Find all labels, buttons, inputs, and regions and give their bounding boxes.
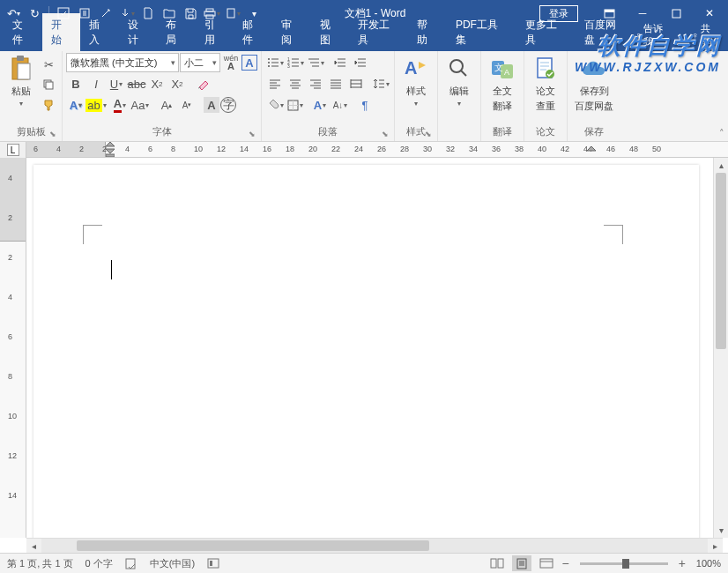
multilevel-list-button[interactable]	[306, 53, 325, 72]
tab-pdf[interactable]: PDF工具集	[447, 13, 516, 51]
asian-layout-button[interactable]: A	[310, 95, 330, 115]
shrink-font-button[interactable]: A▾	[177, 95, 197, 115]
qat-icon[interactable]	[223, 4, 242, 23]
right-indent-marker[interactable]	[587, 146, 596, 153]
scroll-right-button[interactable]: ▸	[708, 539, 723, 554]
superscript-button[interactable]: X2	[167, 74, 187, 93]
new-doc-button[interactable]	[138, 4, 158, 23]
tab-help[interactable]: 帮助	[408, 13, 447, 51]
save-button[interactable]	[181, 4, 200, 23]
tab-selector[interactable]: L	[7, 144, 19, 156]
scroll-down-button[interactable]: ▾	[714, 523, 728, 538]
page[interactable]	[33, 165, 699, 538]
paste-button[interactable]: 粘贴 ▾	[4, 53, 39, 109]
print-layout-button[interactable]	[512, 555, 531, 571]
qat-icon[interactable]	[75, 4, 94, 23]
proofing-icon[interactable]	[125, 557, 137, 569]
qat-icon[interactable]	[54, 4, 73, 23]
translate-button[interactable]: 文A 全文 翻译	[485, 53, 520, 115]
bold-button[interactable]: B	[66, 74, 85, 93]
tab-baidu[interactable]: 百度网盘	[576, 13, 635, 51]
format-painter-button[interactable]	[39, 95, 58, 115]
bullets-button[interactable]	[265, 53, 285, 72]
web-layout-button[interactable]	[537, 555, 556, 571]
print-button[interactable]	[202, 4, 221, 23]
tab-developer[interactable]: 开发工具	[349, 13, 408, 51]
enclose-char-button[interactable]: 字	[220, 97, 236, 113]
tab-review[interactable]: 审阅	[272, 13, 311, 51]
vertical-scrollbar[interactable]: ▴ ▾	[713, 158, 728, 538]
maximize-button[interactable]	[661, 4, 691, 23]
grow-font-button[interactable]: A▴	[157, 95, 176, 115]
macro-icon[interactable]	[207, 558, 219, 569]
dialog-launcher[interactable]: ⬊	[49, 130, 56, 138]
font-color-button[interactable]: A	[110, 95, 130, 115]
zoom-in-button[interactable]: +	[679, 556, 686, 570]
char-shading-button[interactable]: A	[204, 97, 219, 113]
language-indicator[interactable]: 中文(中国)	[150, 557, 195, 570]
align-left-button[interactable]	[265, 74, 285, 93]
numbering-button[interactable]: 123	[286, 53, 305, 72]
scroll-thumb[interactable]	[716, 173, 726, 349]
tell-me-button[interactable]: ♀ 告诉我	[635, 22, 672, 48]
strikethrough-button[interactable]: abc	[127, 74, 146, 93]
show-marks-button[interactable]: ¶	[355, 95, 375, 115]
qat-more[interactable]: ▾	[244, 4, 264, 23]
italic-button[interactable]: I	[86, 74, 106, 93]
close-button[interactable]: ✕	[695, 4, 724, 23]
undo-button[interactable]: ↶▾	[4, 4, 23, 23]
highlight-button[interactable]: ab	[86, 95, 106, 115]
redo-button[interactable]: ↻	[25, 4, 44, 23]
lookup-button[interactable]: 论文 查重	[528, 53, 563, 115]
clear-formatting-button[interactable]	[194, 74, 213, 93]
line-spacing-button[interactable]	[371, 74, 390, 93]
share-button[interactable]: ♀ 共享	[691, 22, 719, 48]
scroll-thumb[interactable]	[77, 540, 429, 551]
read-mode-button[interactable]	[487, 555, 507, 571]
save-cloud-button[interactable]: 保存到 百度网盘	[571, 53, 617, 115]
align-center-button[interactable]	[286, 74, 305, 93]
increase-indent-button[interactable]	[351, 53, 370, 72]
zoom-out-button[interactable]: −	[561, 556, 568, 570]
decrease-indent-button[interactable]	[331, 53, 350, 72]
copy-button[interactable]	[39, 75, 58, 94]
change-case-button[interactable]: Aa	[130, 95, 150, 115]
vertical-ruler[interactable]: 422468101214	[0, 158, 26, 538]
collapse-ribbon-button[interactable]: ˄	[719, 128, 724, 139]
zoom-level[interactable]: 100%	[696, 558, 721, 569]
font-name-combo[interactable]: 微软雅黑 (中文正文)	[66, 53, 179, 72]
dialog-launcher[interactable]: ⬊	[382, 130, 389, 138]
open-button[interactable]	[160, 4, 179, 23]
page-indicator[interactable]: 第 1 页, 共 1 页	[7, 557, 73, 570]
tab-view[interactable]: 视图	[311, 13, 350, 51]
zoom-knob[interactable]	[622, 559, 629, 569]
subscript-button[interactable]: X2	[147, 74, 167, 93]
horizontal-scrollbar[interactable]: ◂ ▸	[26, 538, 723, 553]
sort-button[interactable]: A↓	[331, 95, 350, 115]
align-right-button[interactable]	[306, 74, 325, 93]
horizontal-ruler[interactable]: 6422468101214161820222426283032343638404…	[26, 142, 728, 158]
indent-marker[interactable]	[106, 142, 115, 158]
dialog-launcher[interactable]: ⬊	[249, 130, 256, 138]
zoom-slider[interactable]	[580, 562, 668, 565]
qat-icon[interactable]	[96, 4, 115, 23]
text-effects-button[interactable]: A	[66, 95, 85, 115]
editing-button[interactable]: 编辑 ▾	[442, 53, 477, 109]
character-border-button[interactable]: A	[241, 55, 257, 71]
dialog-launcher[interactable]: ⬊	[425, 130, 432, 138]
document-area[interactable]: ▴ ▾	[26, 158, 728, 538]
underline-button[interactable]: U	[107, 74, 126, 93]
tab-more[interactable]: 更多工具	[516, 13, 576, 51]
borders-button[interactable]	[286, 95, 305, 115]
scroll-up-button[interactable]: ▴	[714, 158, 728, 173]
cut-button[interactable]: ✂	[39, 55, 58, 74]
word-count[interactable]: 0 个字	[85, 557, 113, 570]
distributed-button[interactable]	[346, 74, 366, 93]
font-size-combo[interactable]: 小二	[180, 53, 220, 72]
qat-icon[interactable]	[117, 4, 137, 23]
styles-button[interactable]: A 样式 ▾	[398, 53, 434, 109]
scroll-left-button[interactable]: ◂	[26, 539, 41, 554]
phonetic-guide-button[interactable]: wénA	[221, 53, 241, 72]
justify-button[interactable]	[326, 74, 345, 93]
shading-button[interactable]	[265, 95, 285, 115]
